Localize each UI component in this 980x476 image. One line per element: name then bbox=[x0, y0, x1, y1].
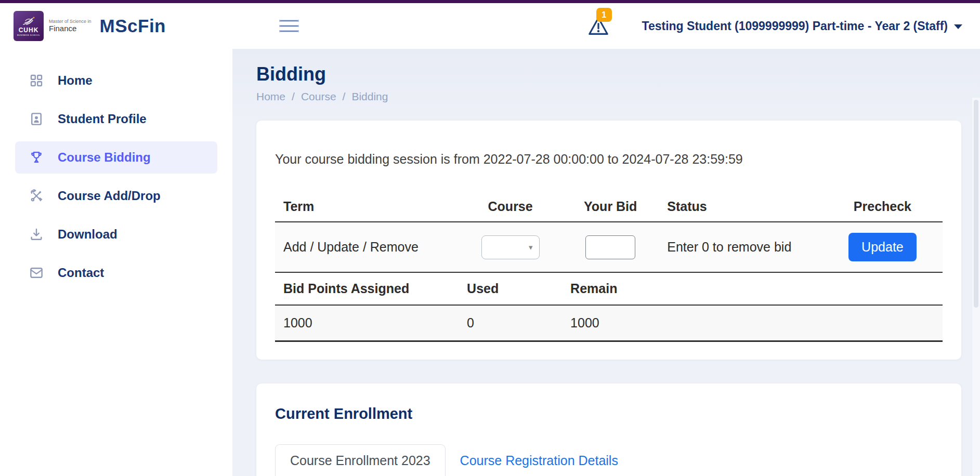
bidding-table: Term Course Your Bid Status Precheck Add… bbox=[275, 192, 943, 273]
envelope-icon bbox=[29, 265, 44, 281]
points-assigned-value: 1000 bbox=[275, 305, 459, 341]
scrollbar-thumb[interactable] bbox=[974, 100, 978, 308]
col-your-bid: Your Bid bbox=[562, 192, 659, 222]
bidding-session-text: Your course bidding session is from 2022… bbox=[275, 152, 943, 167]
sidebar-item-label: Contact bbox=[58, 266, 104, 280]
vertical-scrollbar[interactable] bbox=[972, 98, 980, 476]
sidebar: Home Student Profile bbox=[0, 49, 232, 476]
table-row: Add / Update / Remove ▾ Enter 0 to remov… bbox=[275, 222, 943, 272]
col-points-assigned: Bid Points Assigned bbox=[275, 273, 459, 305]
chevron-down-icon bbox=[954, 24, 962, 29]
col-term: Term bbox=[275, 192, 459, 222]
bid-amount-input[interactable] bbox=[585, 235, 635, 259]
breadcrumb: Home / Course / Bidding bbox=[256, 90, 961, 103]
sidebar-item-download[interactable]: Download bbox=[15, 218, 217, 250]
col-precheck: Precheck bbox=[822, 192, 943, 222]
sidebar-item-label: Course Bidding bbox=[58, 150, 151, 165]
sidebar-item-label: Home bbox=[58, 73, 93, 88]
sidebar-item-contact[interactable]: Contact bbox=[15, 257, 217, 289]
breadcrumb-separator: / bbox=[343, 90, 346, 103]
page-title: Bidding bbox=[256, 63, 961, 85]
col-used: Used bbox=[459, 273, 562, 305]
sidebar-item-home[interactable]: Home bbox=[15, 64, 217, 97]
points-remain-value: 1000 bbox=[562, 305, 943, 341]
logo-acronym: CUHK bbox=[19, 27, 39, 33]
trophy-icon bbox=[29, 150, 44, 165]
user-label: Testing Student (1099999999) Part-time -… bbox=[642, 19, 948, 33]
app-header: CUHK BUSINESS SCHOOL Master of Science i… bbox=[0, 3, 980, 49]
sidebar-item-course-add-drop[interactable]: Course Add/Drop bbox=[15, 180, 217, 212]
grid-icon bbox=[29, 73, 44, 88]
notification-badge: 1 bbox=[596, 8, 612, 22]
notification-warning-icon[interactable]: 1 bbox=[587, 15, 610, 37]
sidebar-item-student-profile[interactable]: Student Profile bbox=[15, 103, 217, 135]
bidding-card: Your course bidding session is from 2022… bbox=[256, 121, 961, 360]
course-select[interactable]: ▾ bbox=[481, 235, 540, 259]
sidebar-item-course-bidding[interactable]: Course Bidding bbox=[15, 141, 217, 174]
logo-school: BUSINESS SCHOOL bbox=[17, 34, 40, 36]
breadcrumb-separator: / bbox=[292, 90, 295, 103]
col-course: Course bbox=[459, 192, 562, 222]
breadcrumb-home[interactable]: Home bbox=[256, 90, 285, 103]
points-used-value: 0 bbox=[459, 305, 562, 341]
download-icon bbox=[29, 227, 44, 242]
enrollment-tabs: Course Enrollment 2023 Course Registrati… bbox=[275, 444, 943, 476]
program-name: Master of Science in Finance bbox=[49, 19, 92, 33]
breadcrumb-course[interactable]: Course bbox=[301, 90, 336, 103]
bid-points-table: Bid Points Assigned Used Remain 1000 0 1… bbox=[275, 273, 943, 342]
status-hint: Enter 0 to remove bid bbox=[659, 222, 822, 272]
sidebar-item-label: Student Profile bbox=[58, 112, 147, 126]
enrollment-card: Current Enrollment Course Enrollment 202… bbox=[256, 384, 961, 476]
breadcrumb-bidding[interactable]: Bidding bbox=[351, 90, 388, 103]
brand-title[interactable]: MScFin bbox=[100, 16, 166, 36]
update-button[interactable]: Update bbox=[848, 233, 917, 261]
id-card-icon bbox=[29, 111, 44, 127]
tab-course-registration-details[interactable]: Course Registration Details bbox=[446, 445, 633, 476]
enrollment-title: Current Enrollment bbox=[275, 405, 943, 422]
sidebar-item-label: Download bbox=[58, 227, 117, 242]
menu-toggle-icon[interactable] bbox=[279, 17, 299, 35]
user-menu[interactable]: Testing Student (1099999999) Part-time -… bbox=[642, 19, 962, 33]
tools-icon bbox=[29, 188, 44, 204]
tab-course-enrollment-2023[interactable]: Course Enrollment 2023 bbox=[275, 444, 446, 476]
table-row: 1000 0 1000 bbox=[275, 305, 943, 341]
sidebar-item-label: Course Add/Drop bbox=[58, 189, 161, 203]
phoenix-emblem-icon bbox=[22, 16, 35, 27]
main-content: Bidding Home / Course / Bidding Your cou… bbox=[232, 49, 980, 476]
select-caret-icon: ▾ bbox=[529, 243, 533, 252]
cuhk-logo[interactable]: CUHK BUSINESS SCHOOL bbox=[14, 11, 44, 41]
action-label: Add / Update / Remove bbox=[275, 222, 459, 272]
col-remain: Remain bbox=[562, 273, 943, 305]
col-status: Status bbox=[659, 192, 822, 222]
